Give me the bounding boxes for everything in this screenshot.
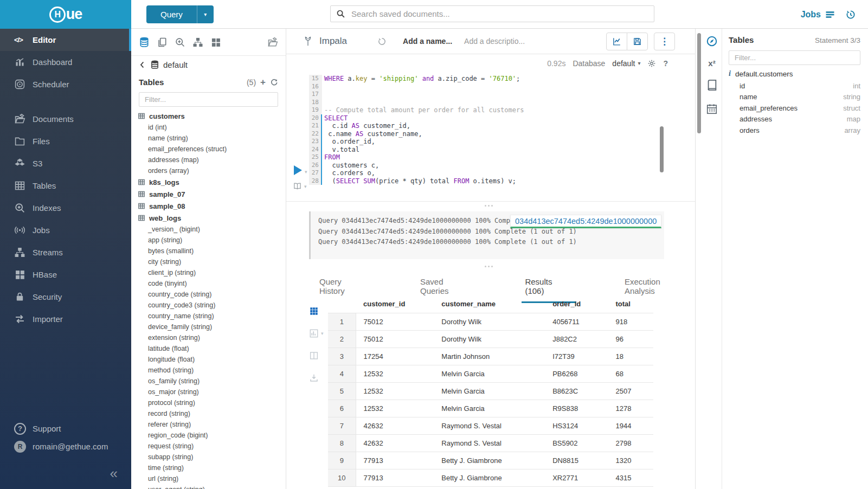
- column-item[interactable]: device_family (string): [131, 321, 286, 332]
- resize-handle[interactable]: [485, 266, 497, 268]
- hue-logo[interactable]: Hue: [49, 6, 82, 23]
- query-dropdown-caret[interactable]: ▾: [197, 5, 214, 23]
- chart-view-icon[interactable]: [309, 329, 319, 338]
- table-item[interactable]: k8s_logs: [131, 176, 286, 188]
- table-row[interactable]: 742632Raymond S. VestalHS31241944: [328, 417, 653, 435]
- column-item[interactable]: url (string): [131, 473, 286, 484]
- sidebar-item-hbase[interactable]: HBase: [0, 263, 131, 286]
- add-table-icon[interactable]: +: [260, 78, 266, 87]
- table-row[interactable]: 977913Betty J. GiambroneDN88151320: [328, 452, 653, 469]
- assist-table-item[interactable]: i default.customers: [729, 67, 860, 80]
- query-button[interactable]: Query ▾: [146, 5, 214, 23]
- help-icon[interactable]: ?: [663, 59, 668, 68]
- sidebar-item-tables[interactable]: Tables: [0, 175, 131, 197]
- settings-gear-icon[interactable]: [647, 59, 656, 68]
- grid-view-icon[interactable]: [309, 306, 319, 316]
- database-select[interactable]: default: [612, 59, 635, 68]
- column-item[interactable]: user_agent (string): [131, 484, 286, 489]
- column-header[interactable]: customer_id: [356, 295, 434, 313]
- table-row[interactable]: 842632Raymond S. VestalBS59022798: [328, 435, 653, 452]
- sidebar-item-documents[interactable]: Documents: [0, 108, 131, 130]
- table-item[interactable]: customers: [131, 110, 286, 122]
- table-row[interactable]: 317254Martin JohnsonI72T3918: [328, 348, 653, 365]
- more-actions-button[interactable]: ⋮: [654, 33, 675, 50]
- sidebar-item-files[interactable]: Files: [0, 130, 131, 152]
- column-item[interactable]: subapp (string): [131, 452, 286, 462]
- column-item[interactable]: record (string): [131, 408, 286, 419]
- assist-column-item[interactable]: ordersarray: [729, 125, 860, 136]
- table-row[interactable]: 275012Dorothy WilkJ882C296: [328, 331, 653, 348]
- editor-scrollbar[interactable]: [660, 126, 664, 172]
- assist-column-item[interactable]: idint: [729, 80, 860, 92]
- search-plus-icon[interactable]: [175, 37, 185, 48]
- column-item[interactable]: region_code (bigint): [131, 430, 286, 441]
- column-item[interactable]: latitude (float): [131, 343, 286, 354]
- table-item[interactable]: sample_08: [131, 200, 286, 212]
- documents-copy-icon[interactable]: [157, 37, 168, 48]
- explain-icon[interactable]: [293, 182, 302, 190]
- chart-button[interactable]: [606, 33, 627, 50]
- sidebar-item-scheduler[interactable]: Scheduler: [0, 73, 131, 95]
- column-item[interactable]: request (string): [131, 441, 286, 452]
- column-item[interactable]: bytes (smallint): [131, 246, 286, 256]
- column-item[interactable]: os_major (string): [131, 387, 286, 397]
- sidebar-item-support[interactable]: ? Support: [0, 420, 131, 437]
- column-item[interactable]: time (string): [131, 462, 286, 473]
- sidebar-item-security[interactable]: Security: [0, 286, 131, 308]
- table-item[interactable]: web_logs: [131, 212, 286, 224]
- download-icon[interactable]: [309, 373, 319, 383]
- assist-column-item[interactable]: namestring: [729, 92, 860, 103]
- save-button[interactable]: [627, 33, 648, 50]
- query-history-icon[interactable]: [845, 9, 856, 20]
- table-row[interactable]: 175012Dorothy Wilk4056711918: [328, 313, 653, 331]
- column-item[interactable]: longitude (float): [131, 354, 286, 365]
- table-row[interactable]: 612532Melvin GarciaR9S8381278: [328, 400, 653, 417]
- assist-filter-input[interactable]: [734, 53, 856, 62]
- collapse-sidebar-icon[interactable]: «: [110, 466, 118, 480]
- chevron-left-icon[interactable]: [138, 61, 146, 69]
- column-header[interactable]: order_id: [545, 295, 608, 313]
- table-row[interactable]: 1077913Betty J. GiambroneXR27714315: [328, 469, 653, 487]
- column-item[interactable]: code (tinyint): [131, 278, 286, 289]
- run-query-button[interactable]: [294, 165, 302, 175]
- sidebar-item-editor[interactable]: </>Editor: [0, 29, 131, 51]
- column-item[interactable]: method (string): [131, 365, 286, 376]
- breadcrumb-database[interactable]: default: [163, 60, 188, 69]
- column-item[interactable]: country_name (string): [131, 311, 286, 321]
- column-header[interactable]: total: [608, 295, 653, 313]
- query-id-tooltip[interactable]: 034d413ec7474ed5:4249de1000000000: [510, 215, 661, 228]
- caret-down-icon[interactable]: ▾: [638, 60, 640, 66]
- table-row[interactable]: 512532Melvin GarciaB8623C2507: [328, 383, 653, 400]
- column-header[interactable]: customer_name: [434, 295, 545, 313]
- documents-folder-icon[interactable]: [267, 37, 278, 48]
- assistant-compass-icon[interactable]: [706, 35, 718, 47]
- run-options-caret-icon[interactable]: ▾: [305, 169, 307, 175]
- tables-filter[interactable]: [139, 92, 278, 107]
- sidebar-item-indexes[interactable]: Indexes: [0, 197, 131, 219]
- sidebar-item-user[interactable]: R romain@gethue.com: [0, 437, 131, 455]
- main-scrollbar[interactable]: [697, 33, 701, 133]
- assist-filter[interactable]: [729, 50, 860, 65]
- explain-options-caret-icon[interactable]: ▾: [304, 184, 307, 189]
- language-reference-icon[interactable]: [706, 79, 718, 91]
- table-row[interactable]: 412532Melvin GarciaPB626868: [328, 365, 653, 383]
- assist-column-item[interactable]: addressesmap: [729, 114, 860, 125]
- code-editor[interactable]: 15WHERE a.key = 'shipping' and a.zip_cod…: [286, 75, 695, 210]
- column-item[interactable]: country_code (string): [131, 289, 286, 300]
- column-item[interactable]: addresses (map): [131, 155, 286, 165]
- column-item[interactable]: name (string): [131, 133, 286, 144]
- table-item[interactable]: sample_07: [131, 188, 286, 200]
- column-item[interactable]: city (string): [131, 256, 286, 267]
- refresh-icon[interactable]: [270, 78, 278, 86]
- query-name-field[interactable]: Add a name...: [403, 37, 452, 46]
- columns-view-icon[interactable]: [309, 351, 319, 361]
- sidebar-item-importer[interactable]: Importer: [0, 308, 131, 330]
- sidebar-item-s3[interactable]: S3: [0, 152, 131, 175]
- search-input[interactable]: [350, 9, 648, 19]
- column-item[interactable]: protocol (string): [131, 397, 286, 408]
- functions-icon[interactable]: x²: [708, 59, 715, 67]
- column-item[interactable]: client_ip (string): [131, 267, 286, 278]
- sitemap-icon[interactable]: [192, 37, 203, 48]
- column-item[interactable]: referer (string): [131, 419, 286, 430]
- column-item[interactable]: _version_ (bigint): [131, 224, 286, 235]
